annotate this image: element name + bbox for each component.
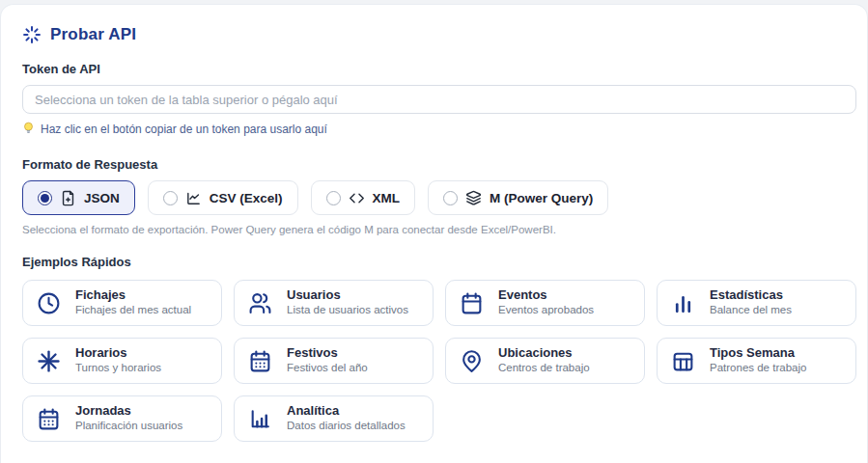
format-option-label: JSON [84,191,120,205]
example-card-horarios[interactable]: Horarios Turnos y horarios [22,338,222,384]
token-hint: Haz clic en el botón copiar de un token … [22,122,856,136]
users-icon [248,291,272,315]
lightbulb-icon [22,122,35,136]
file-plus-icon [60,190,76,206]
card-title: Horarios [75,346,161,361]
format-options: JSON CSV (Excel) XML M (Power Query) [22,180,856,215]
probar-api-panel: Probar API Token de API Haz clic en el b… [0,4,868,463]
layers-icon [465,190,482,206]
format-option-label: M (Power Query) [490,191,593,205]
table-icon [671,349,695,373]
example-card-ubicaciones[interactable]: Ubicaciones Centros de trabajo [445,338,645,384]
loader-icon [22,25,42,44]
examples-grid: Fichajes Fichajes del mes actual Usuario… [22,280,856,442]
format-option-json[interactable]: JSON [22,180,135,215]
card-subtitle: Planificación usuarios [75,420,182,433]
calendar-days-icon [248,349,272,373]
calendar-icon [460,291,484,315]
clock-icon [37,291,61,315]
card-subtitle: Turnos y horarios [75,362,161,375]
example-card-eventos[interactable]: Eventos Eventos aprobados [445,280,645,326]
card-title: Analítica [287,404,406,419]
radio-icon [443,191,458,205]
example-card-festivos[interactable]: Festivos Festivos del año [234,338,434,384]
example-card-fichajes[interactable]: Fichajes Fichajes del mes actual [22,280,222,326]
asterisk-icon [37,349,61,373]
chart-line-icon [185,190,202,206]
bar-chart-icon [671,291,695,315]
map-pin-icon [460,349,484,373]
card-subtitle: Eventos aprobados [498,304,594,317]
format-label: Formato de Respuesta [22,157,856,172]
format-help: Selecciona el formato de exportación. Po… [22,224,856,235]
example-card-estadisticas[interactable]: Estadísticas Balance del mes [657,280,856,326]
panel-header: Probar API [22,25,856,44]
token-label: Token de API [22,62,856,76]
card-subtitle: Patrones de trabajo [710,362,806,375]
card-title: Eventos [498,288,594,303]
radio-icon [38,191,52,205]
example-card-jornadas[interactable]: Jornadas Planificación usuarios [22,395,222,442]
card-title: Jornadas [75,404,182,419]
format-option-xml[interactable]: XML [311,180,416,215]
card-subtitle: Festivos del año [287,362,368,375]
format-option-csv-excel[interactable]: CSV (Excel) [148,180,298,215]
example-card-analitica[interactable]: Analítica Datos diarios detallados [234,395,434,442]
calendar-days-icon [37,407,61,431]
example-card-usuarios[interactable]: Usuarios Lista de usuarios activos [234,280,434,326]
example-card-tipos-semana[interactable]: Tipos Semana Patrones de trabajo [657,338,856,384]
card-subtitle: Centros de trabajo [498,362,590,375]
card-title: Estadísticas [710,288,792,303]
card-title: Festivos [287,346,368,361]
chart-axis-icon [248,407,272,431]
card-title: Usuarios [287,288,408,303]
card-title: Fichajes [75,288,191,303]
code-icon [349,190,365,206]
radio-icon [326,191,341,205]
format-option-label: XML [373,191,401,205]
token-hint-text: Haz clic en el botón copiar de un token … [41,123,327,136]
card-title: Tipos Semana [710,346,806,361]
radio-icon [163,191,178,205]
format-option-m-power-query[interactable]: M (Power Query) [428,180,608,215]
card-subtitle: Datos diarios detallados [287,420,406,433]
card-title: Ubicaciones [498,346,590,361]
card-subtitle: Fichajes del mes actual [75,304,191,317]
page-title: Probar API [50,25,136,44]
examples-label: Ejemplos Rápidos [22,255,856,269]
card-subtitle: Balance del mes [710,304,792,317]
format-option-label: CSV (Excel) [210,191,283,205]
token-input[interactable] [22,85,856,114]
card-subtitle: Lista de usuarios activos [287,304,408,317]
